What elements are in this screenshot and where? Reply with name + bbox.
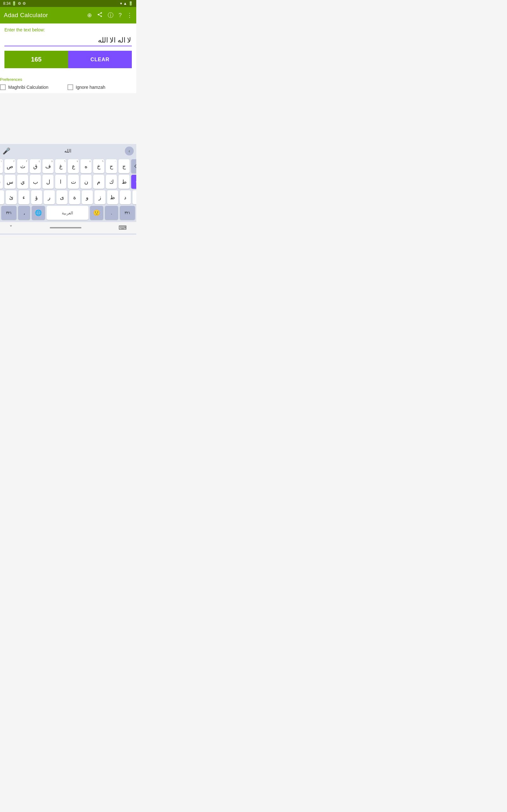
key-ya[interactable]: ي <box>17 175 28 189</box>
share-icon[interactable] <box>97 12 103 19</box>
keyboard-row-3: ذ ئ ء ؤ ر ى ة و ز ظ د ؟ <box>1 190 135 204</box>
mic-icon[interactable]: 🎤 <box>3 147 10 155</box>
status-time: 8:34 <box>3 1 10 6</box>
app-title: Adad Calculator <box>4 12 87 19</box>
status-bar: 8:34 🔋 ⚙ ⚙ ▾ ▲ 🔋 <box>0 0 136 7</box>
keyboard-row-1: ١ض ٢ص ٣ث ٤ق ٥ف ٦غ ٧ع ٨ه ٩خ ٠ح ج ⌫ <box>1 159 135 173</box>
empty-area <box>0 93 136 144</box>
key-ta[interactable]: ت <box>68 175 79 189</box>
key-hha[interactable]: ٠ح <box>106 159 117 173</box>
keyboard-row-bottom: ٣٢١ ، 🌐 العربية 🙂 . ٣٢١ <box>1 206 135 220</box>
numbers-key-right[interactable]: ٣٢١ <box>120 206 135 220</box>
help-icon[interactable]: ? <box>118 12 122 19</box>
period-key[interactable]: . <box>105 206 118 220</box>
home-bar[interactable] <box>50 227 81 229</box>
action-buttons: 165 CLEAR <box>4 51 132 68</box>
preferences-row: Maghribi Calculation Ignore hamzah <box>0 84 136 90</box>
hamzah-preference[interactable]: Ignore hamzah <box>67 84 105 90</box>
key-waw-hamza[interactable]: ؤ <box>31 190 42 204</box>
key-nun[interactable]: ن <box>80 175 92 189</box>
battery-icon: 🔋 <box>128 1 133 6</box>
key-kha[interactable]: ٩خ <box>93 159 104 173</box>
collapse-keyboard-button[interactable]: ‹ <box>125 147 134 155</box>
preferences-label: Preferences <box>0 77 136 82</box>
wifi-icon: ▾ <box>120 1 122 6</box>
toolbar-icons: ⊕ ⓘ ? ⋮ <box>87 11 132 19</box>
key-ra[interactable]: ر <box>44 190 55 204</box>
key-sheen[interactable]: ش <box>0 175 3 189</box>
keyboard: ١ض ٢ص ٣ث ٤ق ٥ف ٦غ ٧ع ٨ه ٩خ ٠ح ج ⌫ ش س ي … <box>0 158 136 222</box>
key-ba[interactable]: ب <box>30 175 41 189</box>
add-circle-icon[interactable]: ⊕ <box>87 12 92 19</box>
settings-icon: ⚙ <box>18 1 21 6</box>
key-sad[interactable]: ٢ص <box>4 159 15 173</box>
hamzah-label: Ignore hamzah <box>76 85 105 90</box>
maghribi-label: Maghribi Calculation <box>8 85 49 90</box>
key-zha[interactable]: ظ <box>107 190 118 204</box>
more-icon[interactable]: ⋮ <box>127 12 132 19</box>
instruction-label: Enter the text below: <box>4 27 132 32</box>
key-qaf[interactable]: ٤ق <box>30 159 41 173</box>
key-thal[interactable]: ذ <box>0 190 4 204</box>
nav-bar: ˅ ⌨ <box>0 222 136 234</box>
backspace-key[interactable]: ⌫ <box>131 159 136 173</box>
clear-button[interactable]: CLEAR <box>68 51 132 68</box>
key-ghain[interactable]: ٦غ <box>55 159 66 173</box>
key-zain[interactable]: ز <box>95 190 106 204</box>
key-tha[interactable]: ٣ث <box>17 159 28 173</box>
key-dal[interactable]: د <box>120 190 131 204</box>
key-alef-maqsura[interactable]: ى <box>56 190 67 204</box>
space-key[interactable]: العربية <box>47 206 89 220</box>
info-icon[interactable]: ⓘ <box>108 11 113 19</box>
key-question[interactable]: ؟ <box>132 190 136 204</box>
key-seen[interactable]: س <box>4 175 15 189</box>
hamzah-checkbox[interactable] <box>67 84 73 90</box>
keyboard-hide-button[interactable]: ⌨ <box>118 224 127 231</box>
preferences-section: Preferences Maghribi Calculation Ignore … <box>0 76 136 93</box>
toolbar: Adad Calculator ⊕ ⓘ ? ⋮ <box>0 7 136 23</box>
suggestion-word[interactable]: الله <box>13 148 122 154</box>
key-ain[interactable]: ٧ع <box>68 159 79 173</box>
key-ta-marbouta[interactable]: ة <box>69 190 80 204</box>
enter-key[interactable]: ↵ <box>131 175 136 189</box>
key-dad[interactable]: ١ض <box>0 159 3 173</box>
key-alef[interactable]: ا <box>55 175 66 189</box>
suggestion-bar: 🎤 الله ‹ <box>0 144 136 158</box>
comma-key[interactable]: ، <box>18 206 30 220</box>
keyboard-container: 🎤 الله ‹ ١ض ٢ص ٣ث ٤ق ٥ف ٦غ ٧ع ٨ه ٩خ ٠ح ج… <box>0 144 136 235</box>
key-ya-hamza[interactable]: ئ <box>6 190 17 204</box>
key-tah[interactable]: ط <box>118 175 130 189</box>
back-nav-button[interactable]: ˅ <box>9 224 12 231</box>
key-jeem[interactable]: ج <box>118 159 130 173</box>
maghribi-preference[interactable]: Maghribi Calculation <box>0 84 49 90</box>
key-meem[interactable]: م <box>93 175 104 189</box>
maghribi-checkbox[interactable] <box>0 84 6 90</box>
result-button[interactable]: 165 <box>4 51 68 68</box>
numbers-key-left[interactable]: ٣٢١ <box>1 206 16 220</box>
globe-key[interactable]: 🌐 <box>32 206 45 220</box>
key-waw[interactable]: و <box>82 190 93 204</box>
signal-icon: ▲ <box>123 1 127 6</box>
main-content: Enter the text below: 165 CLEAR <box>0 23 136 76</box>
key-fa[interactable]: ٥ف <box>43 159 54 173</box>
key-kaf[interactable]: ك <box>106 175 117 189</box>
key-ha[interactable]: ٨ه <box>80 159 92 173</box>
keyboard-row-2: ش س ي ب ل ا ت ن م ك ط ↵ <box>1 175 135 189</box>
gear2-icon: ⚙ <box>22 1 26 6</box>
key-hamza[interactable]: ء <box>18 190 30 204</box>
battery-saver-icon: 🔋 <box>12 1 16 6</box>
key-lam[interactable]: ل <box>43 175 54 189</box>
emoji-key[interactable]: 🙂 <box>90 206 103 220</box>
arabic-text-input[interactable] <box>4 35 132 46</box>
